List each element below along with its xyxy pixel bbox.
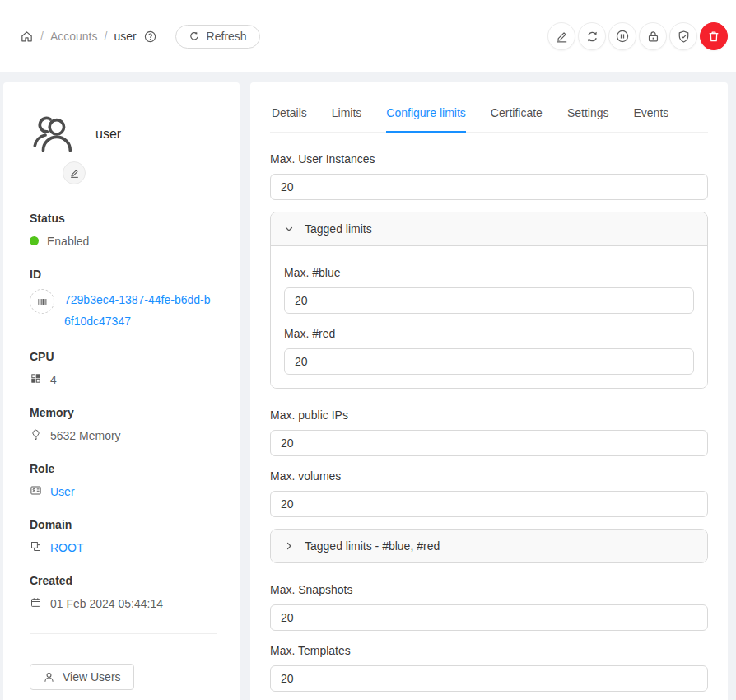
field-label-max-volumes: Max. volumes (270, 469, 708, 483)
tab-configure-limits[interactable]: Configure limits (386, 96, 465, 133)
configure-limits-form: Max. User Instances Tagged limits Max. #… (270, 133, 708, 700)
view-users-button[interactable]: View Users (30, 664, 134, 690)
home-icon[interactable] (20, 30, 34, 44)
reload-icon (189, 30, 200, 42)
max-blue-input[interactable] (284, 287, 694, 314)
tagged-limits-panel-header[interactable]: Tagged limits (271, 212, 707, 245)
refresh-button[interactable]: Refresh (175, 25, 260, 49)
tab-limits[interactable]: Limits (332, 96, 362, 133)
tab-events[interactable]: Events (633, 96, 668, 133)
cpu-block: CPU 4 (30, 350, 217, 388)
cpu-grid-icon (30, 372, 42, 385)
avatar-row: user (30, 99, 217, 158)
resource-info-card: user Status Enabled ID 729b3ec4-1387-44f… (3, 82, 240, 700)
field-label-max-blue: Max. #blue (284, 266, 694, 279)
id-block: ID 729b3ec4-1387-44fe-b6dd-b6f10dc47347 (30, 268, 217, 332)
bulb-icon (30, 428, 42, 441)
max-user-instances-input[interactable] (270, 174, 708, 200)
chevron-right-icon (284, 541, 294, 551)
divider (30, 633, 217, 634)
idcard-icon (30, 484, 42, 497)
refresh-label: Refresh (207, 30, 247, 43)
account-id-link[interactable]: 729b3ec4-1387-44fe-b6dd-b6f10dc47347 (64, 289, 217, 332)
max-snapshots-input[interactable] (270, 604, 708, 631)
top-bar: / Accounts / user Refresh (0, 0, 736, 72)
detail-card: Details Limits Configure limits Certific… (250, 82, 728, 700)
tagged-limits-collapsed-header[interactable]: Tagged limits - #blue, #red (271, 530, 707, 562)
panel-title: Tagged limits - #blue, #red (305, 539, 440, 553)
update-resource-count-button[interactable] (578, 22, 606, 50)
field-label-max-templates: Max. Templates (270, 644, 708, 657)
role-label: Role (30, 462, 217, 475)
tab-bar: Details Limits Configure limits Certific… (270, 96, 708, 133)
question-circle-icon[interactable] (143, 30, 157, 44)
edit-account-button[interactable] (547, 22, 575, 50)
id-label: ID (30, 268, 217, 281)
user-icon (43, 671, 55, 684)
field-label-max-public-ips: Max. public IPs (270, 408, 708, 422)
breadcrumb-current: user (114, 30, 136, 43)
tagged-limits-collapsed-panel: Tagged limits - #blue, #red (270, 529, 708, 563)
chevron-down-icon (284, 224, 294, 234)
panel-title: Tagged limits (305, 222, 372, 236)
domain-label: Domain (30, 518, 217, 531)
main-content: user Status Enabled ID 729b3ec4-1387-44f… (0, 72, 736, 700)
certificate-button[interactable] (669, 22, 697, 50)
tagged-limits-panel: Tagged limits Max. #blue Max. #red (270, 212, 708, 389)
status-label: Status (30, 212, 217, 225)
shield-check-icon (677, 30, 691, 44)
tab-details[interactable]: Details (272, 96, 307, 133)
domain-block: Domain ROOT (30, 518, 217, 556)
pencil-icon (69, 168, 80, 179)
calendar-icon (30, 596, 42, 609)
tagged-limits-panel-body: Max. #blue Max. #red (271, 245, 707, 388)
cpu-value: 4 (50, 371, 57, 388)
trash-icon (707, 30, 720, 43)
role-block: Role User (30, 462, 217, 500)
sync-icon (585, 30, 599, 44)
upload-avatar-button[interactable] (63, 161, 86, 184)
breadcrumb-accounts[interactable]: Accounts (50, 30, 98, 43)
view-users-label: View Users (63, 670, 121, 684)
breadcrumb: / Accounts / user Refresh (20, 25, 260, 49)
breadcrumb-separator: / (40, 30, 44, 43)
block-icon (30, 540, 42, 553)
barcode-icon (30, 289, 54, 314)
lock-account-button[interactable] (639, 22, 667, 50)
field-label-max-user-instances: Max. User Instances (270, 152, 708, 166)
max-volumes-input[interactable] (270, 491, 708, 517)
status-dot (30, 236, 39, 245)
status-block: Status Enabled (30, 212, 217, 250)
divider (30, 198, 217, 198)
account-avatar-icon (30, 110, 77, 158)
tab-certificate[interactable]: Certificate (491, 96, 543, 133)
pause-circle-icon (615, 29, 630, 44)
max-public-ips-input[interactable] (270, 430, 708, 456)
created-label: Created (30, 574, 217, 587)
field-label-max-red: Max. #red (284, 327, 694, 340)
memory-label: Memory (30, 406, 217, 419)
max-templates-input[interactable] (270, 665, 708, 692)
cpu-label: CPU (30, 350, 217, 363)
domain-link[interactable]: ROOT (50, 539, 83, 556)
disable-account-button[interactable] (608, 22, 636, 50)
field-label-max-snapshots: Max. Snapshots (270, 583, 708, 596)
max-red-input[interactable] (284, 348, 694, 375)
delete-account-button[interactable] (700, 22, 728, 50)
created-block: Created 01 Feb 2024 05:44:14 (30, 574, 217, 612)
memory-block: Memory 5632 Memory (30, 406, 217, 444)
lock-icon (646, 30, 660, 44)
role-link[interactable]: User (50, 483, 75, 500)
edit-icon (555, 30, 569, 44)
account-name: user (95, 127, 121, 142)
memory-value: 5632 Memory (50, 427, 121, 444)
header-actions (547, 22, 729, 50)
breadcrumb-separator: / (104, 30, 107, 43)
status-value: Enabled (47, 233, 89, 250)
tab-settings[interactable]: Settings (567, 96, 609, 133)
created-value: 01 Feb 2024 05:44:14 (50, 595, 163, 612)
